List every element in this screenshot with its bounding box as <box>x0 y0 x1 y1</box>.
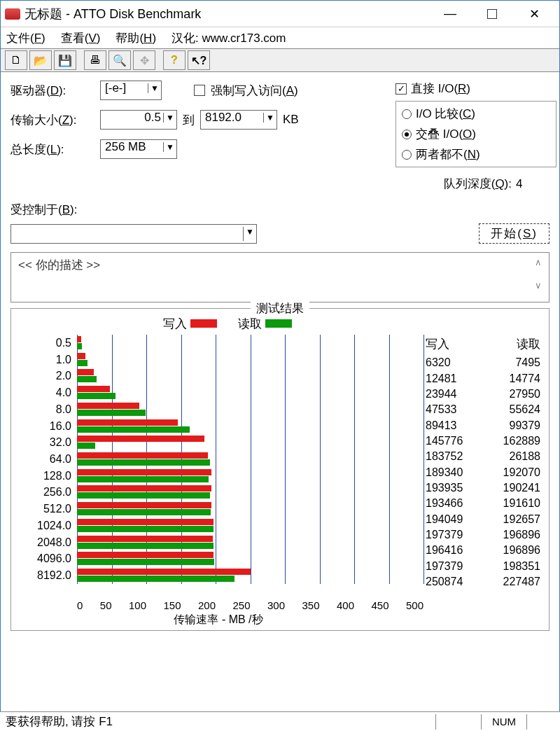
write-bar <box>77 552 214 558</box>
app-icon <box>5 8 20 20</box>
read-bar <box>77 543 214 549</box>
status-cell-num: NUM <box>481 714 526 730</box>
overlap-radio[interactable] <box>402 130 412 139</box>
read-bar <box>77 343 82 349</box>
nums-write-head: 写入 <box>426 336 449 352</box>
write-bar <box>77 403 139 409</box>
read-bar <box>77 393 115 399</box>
direct-io-label: 直接 I/O(R) <box>411 81 470 97</box>
chart-ylabel: 4.0 <box>22 387 71 399</box>
read-bar <box>77 376 97 382</box>
result-row: 189340192070 <box>421 464 545 480</box>
xfer-from-combo[interactable]: 0.5 <box>100 110 177 130</box>
result-row: 193935190241 <box>421 480 545 496</box>
menu-bar: 文件(F) 查看(V) 帮助(H) 汉化: www.cr173.com <box>1 27 559 48</box>
save-icon[interactable]: 💾 <box>54 50 76 70</box>
move-icon[interactable]: ✥ <box>133 50 155 70</box>
io-mode-group: I/O 比较(C) 交叠 I/O(O) 两者都不(N) <box>396 101 556 167</box>
start-button[interactable]: 开始(S) <box>479 223 550 244</box>
result-row: 2394427950 <box>421 387 545 402</box>
status-cell-1 <box>435 714 481 730</box>
read-bar <box>77 526 214 532</box>
result-row: 197379198351 <box>421 558 545 573</box>
whatsthis-icon[interactable]: ↖? <box>188 50 210 70</box>
write-bar <box>77 436 204 442</box>
result-row: 196416196896 <box>421 543 545 558</box>
read-bar <box>77 509 211 515</box>
write-legend-label: 写入 <box>163 317 187 330</box>
help-icon[interactable]: ? <box>163 50 186 70</box>
length-combo[interactable]: 256 MB <box>100 139 177 159</box>
results-panel: 测试结果 写入 读取 0.51.02.04.08.016.032.064.012… <box>10 308 550 631</box>
chart-ylabel: 16.0 <box>22 420 71 433</box>
xfer-unit: KB <box>283 113 299 127</box>
neither-label: 两者都不(N) <box>416 146 480 162</box>
read-bar <box>77 576 234 582</box>
result-row: 4753355624 <box>421 402 545 417</box>
read-bar <box>77 426 190 433</box>
status-cell-3 <box>526 714 554 730</box>
chart-ylabel: 1024.0 <box>22 520 71 532</box>
preview-icon[interactable]: 🔍 <box>108 50 131 70</box>
overlap-label: 交叠 I/O(O) <box>416 126 476 142</box>
menu-extra: 汉化: www.cr173.com <box>172 30 286 46</box>
result-row: 194049192657 <box>421 511 545 527</box>
read-swatch-icon <box>265 319 292 328</box>
result-row: 1248114774 <box>421 370 545 386</box>
write-bar <box>77 386 110 392</box>
status-help-text: 要获得帮助, 请按 F1 <box>6 713 113 730</box>
minimize-button[interactable]: — <box>429 5 471 23</box>
menu-file[interactable]: 文件(F) <box>6 30 46 46</box>
chart-ylabel: 512.0 <box>22 503 71 515</box>
maximize-button[interactable] <box>471 5 513 23</box>
read-legend-label: 读取 <box>238 317 262 330</box>
write-bar <box>77 569 251 575</box>
result-row: 8941399379 <box>421 417 545 433</box>
chart-ylabel: 256.0 <box>22 486 71 499</box>
result-row: 18375226188 <box>421 449 545 464</box>
result-row: 197379196896 <box>421 527 545 543</box>
write-bar <box>77 336 81 342</box>
chart-ylabel: 1.0 <box>22 354 71 366</box>
read-bar <box>77 459 210 466</box>
write-bar <box>77 469 211 475</box>
controlled-label: 受控制于(B): <box>10 203 77 216</box>
force-write-checkbox[interactable] <box>194 85 205 96</box>
chart-ylabel: 8.0 <box>22 403 71 416</box>
chart-ylabel: 4096.0 <box>22 552 71 565</box>
open-icon[interactable]: 📂 <box>29 50 52 70</box>
queue-label: 队列深度(Q): <box>444 176 512 192</box>
menu-view[interactable]: 查看(V) <box>61 30 101 46</box>
results-title: 测试结果 <box>251 300 309 316</box>
result-row: 193466191610 <box>421 496 545 511</box>
io-compare-label: I/O 比较(C) <box>416 106 475 122</box>
queue-combo[interactable]: 4 <box>516 177 556 191</box>
write-bar <box>77 452 208 459</box>
controlled-combo[interactable] <box>10 224 257 244</box>
xfer-to-combo[interactable]: 8192.0 <box>200 110 277 130</box>
chart-ylabel: 128.0 <box>22 470 71 482</box>
write-bar <box>77 536 213 542</box>
xfer-to-word: 到 <box>183 112 195 128</box>
direct-io-checkbox[interactable]: ✓ <box>396 83 407 95</box>
menu-help[interactable]: 帮助(H) <box>115 30 156 46</box>
window-title: 无标题 - ATTO Disk Benchmark <box>24 6 429 22</box>
status-bar: 要获得帮助, 请按 F1 NUM <box>0 711 560 731</box>
write-bar <box>77 353 85 359</box>
write-bar <box>77 519 214 525</box>
close-button[interactable]: ✕ <box>513 5 555 23</box>
result-row: 63207495 <box>421 355 545 370</box>
write-bar <box>77 502 211 508</box>
new-icon[interactable]: 🗋 <box>5 50 27 70</box>
io-compare-radio[interactable] <box>402 109 412 119</box>
chart-ylabel: 64.0 <box>22 453 71 466</box>
scroll-icons[interactable]: ∧∨ <box>535 257 542 298</box>
drive-combo[interactable]: [-e-] <box>100 81 162 100</box>
read-bar <box>77 360 88 366</box>
read-bar <box>77 559 214 565</box>
print-icon[interactable]: 🖶 <box>84 50 106 70</box>
description-input[interactable]: << 你的描述 >> ∧∨ <box>10 252 550 302</box>
neither-radio[interactable] <box>402 150 412 160</box>
chart-ylabel: 2048.0 <box>22 536 71 549</box>
read-bar <box>77 492 210 499</box>
